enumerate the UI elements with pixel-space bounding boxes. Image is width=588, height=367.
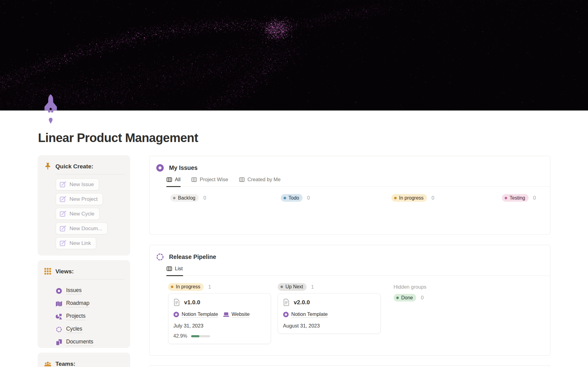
board-view-icon	[167, 266, 172, 271]
board-view-icon	[191, 177, 197, 182]
views-heading: Views:	[55, 268, 74, 275]
sidebar-item-projects[interactable]: Projects	[56, 310, 125, 323]
view-link-label: Cycles	[66, 326, 82, 333]
relation-link-notion-template[interactable]: Notion Template	[283, 311, 328, 318]
button-label: New Cycle	[70, 211, 94, 217]
pushpin-icon	[44, 163, 51, 170]
tab-list[interactable]: List	[167, 266, 183, 275]
teams-card: Teams:	[38, 353, 130, 367]
next-database-card-edge	[149, 365, 550, 367]
rocket-icon[interactable]	[43, 94, 58, 124]
group-count: 0	[203, 195, 206, 201]
status-badge-testing[interactable]: Testing	[502, 194, 529, 202]
relation-label: Website	[232, 311, 250, 318]
tab-project-wise[interactable]: Project Wise	[191, 177, 228, 186]
new-cycle-button[interactable]: New Cycle	[56, 208, 100, 220]
group-count: 0	[533, 195, 536, 201]
sidebar-item-roadmap[interactable]: Roadmap	[56, 297, 125, 310]
pipeline-column-in-progress: In progress 1 v1.0.0 Notion Template	[168, 283, 278, 344]
status-dot	[284, 197, 286, 199]
tab-label: List	[175, 266, 183, 272]
relation-link-website[interactable]: Website	[223, 311, 250, 318]
pipeline-column-hidden: Hidden groups Done 0	[394, 283, 550, 344]
sidebar-item-documents[interactable]: Documents	[56, 336, 125, 349]
map-icon	[56, 301, 62, 307]
board-view-icon	[239, 177, 245, 182]
database-title: Release Pipeline	[169, 253, 216, 260]
starfield-nebula-canvas	[0, 0, 588, 110]
button-label: New Link	[70, 240, 91, 246]
dashed-circle-icon	[156, 253, 164, 261]
new-document-button[interactable]: New Docum...	[56, 223, 107, 234]
progress-bar	[191, 335, 210, 337]
view-link-label: Issues	[66, 287, 82, 294]
status-dot	[171, 286, 173, 288]
sidebar-item-issues[interactable]: Issues	[56, 284, 125, 297]
view-tabs: List	[167, 266, 550, 276]
progress-percent-label: 42.9%	[173, 333, 187, 339]
relation-link-notion-template[interactable]: Notion Template	[173, 311, 218, 318]
grid-icon	[44, 268, 51, 275]
compose-icon	[60, 225, 66, 232]
status-dot	[396, 297, 399, 299]
my-issues-database-card: My Issues All Project Wise Created by Me…	[149, 156, 550, 234]
status-badge-in-progress[interactable]: In progress	[168, 283, 204, 291]
donut-icon	[156, 164, 164, 172]
view-tabs: All Project Wise Created by Me	[167, 177, 550, 187]
page-icon	[173, 299, 180, 306]
new-project-button[interactable]: New Project	[56, 193, 103, 205]
page-title: Linear Product Management	[38, 131, 198, 145]
divider	[55, 279, 125, 279]
status-badge-done[interactable]: Done	[394, 294, 416, 301]
release-title: v1.0.0	[184, 299, 200, 306]
hidden-groups-label[interactable]: Hidden groups	[394, 283, 550, 291]
star-badge-icon	[173, 312, 179, 317]
progress-row: 42.9%	[173, 333, 266, 339]
button-label: New Docum...	[70, 226, 102, 232]
release-card-v1[interactable]: v1.0.0 Notion Template Website July 31, …	[168, 293, 271, 344]
group-backlog: Backlog 0	[170, 194, 281, 202]
tab-label: Project Wise	[200, 177, 228, 182]
page-icon	[283, 299, 290, 306]
teams-heading: Teams:	[55, 361, 75, 367]
main-content: My Issues All Project Wise Created by Me…	[149, 156, 550, 367]
group-in-progress: In progress 0	[391, 194, 502, 202]
compose-icon	[60, 240, 66, 246]
board-view-icon	[167, 177, 172, 182]
status-badge-backlog[interactable]: Backlog	[170, 194, 199, 202]
status-badge-up-next[interactable]: Up Next	[278, 283, 307, 291]
group-count: 1	[311, 284, 314, 290]
status-dot	[394, 197, 397, 199]
status-badge-in-progress[interactable]: In progress	[391, 194, 427, 202]
sidebar-item-cycles[interactable]: Cycles	[56, 323, 125, 336]
people-icon	[44, 360, 51, 367]
progress-bar-fill	[191, 335, 199, 337]
group-testing: Testing 0	[502, 194, 550, 202]
group-todo: Todo 0	[281, 194, 391, 202]
relation-label: Notion Template	[291, 311, 328, 318]
status-badge-todo[interactable]: Todo	[281, 194, 303, 202]
status-label: Backlog	[178, 195, 195, 201]
compose-icon	[60, 196, 66, 202]
new-issue-button[interactable]: New Issue	[56, 178, 99, 190]
group-count: 0	[421, 295, 424, 301]
view-link-label: Roadmap	[66, 300, 89, 307]
views-card: Views: Issues Roadmap Projects Cycles	[38, 260, 130, 348]
sidebar: Quick Create: New Issue New Project New …	[38, 155, 130, 367]
donut-icon	[56, 288, 62, 294]
tab-created-by-me[interactable]: Created by Me	[239, 177, 281, 186]
laptop-icon	[223, 312, 229, 317]
divider	[55, 174, 125, 174]
tab-all[interactable]: All	[167, 177, 180, 186]
group-count: 0	[307, 195, 310, 201]
tab-label: All	[175, 177, 180, 182]
release-card-v2[interactable]: v2.0.0 Notion Template August 31, 2023	[278, 293, 381, 334]
view-link-label: Projects	[66, 313, 85, 320]
new-link-button[interactable]: New Link	[56, 237, 96, 249]
view-link-label: Documents	[66, 339, 93, 346]
release-title: v2.0.0	[294, 299, 310, 306]
quick-create-heading: Quick Create:	[55, 163, 93, 170]
status-label: Up Next	[285, 284, 303, 290]
status-label: Done	[401, 295, 413, 301]
button-label: New Project	[70, 196, 98, 202]
